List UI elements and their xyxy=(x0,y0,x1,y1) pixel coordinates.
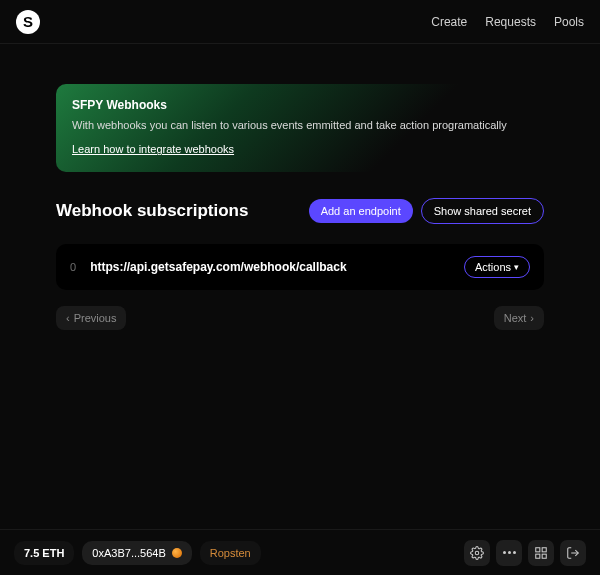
svg-rect-1 xyxy=(536,547,540,551)
section-title: Webhook subscriptions xyxy=(56,201,301,221)
address-value: 0xA3B7...564B xyxy=(92,547,165,559)
next-label: Next xyxy=(504,312,527,324)
row-index: 0 xyxy=(70,261,76,273)
chevron-left-icon: ‹ xyxy=(66,312,70,324)
nav-create[interactable]: Create xyxy=(431,15,467,29)
previous-label: Previous xyxy=(74,312,117,324)
show-shared-secret-button[interactable]: Show shared secret xyxy=(421,198,544,224)
address-pill[interactable]: 0xA3B7...564B xyxy=(82,541,191,565)
main-content: SFPY Webhooks With webhooks you can list… xyxy=(0,44,600,330)
row-url: https://api.getsafepay.com/webhook/callb… xyxy=(90,260,450,274)
section-header: Webhook subscriptions Add an endpoint Sh… xyxy=(56,198,544,224)
chevron-down-icon: ▾ xyxy=(514,262,519,272)
nav-requests[interactable]: Requests xyxy=(485,15,536,29)
grid-button[interactable] xyxy=(528,540,554,566)
gear-icon xyxy=(470,546,484,560)
more-button[interactable] xyxy=(496,540,522,566)
wallet-status-icon xyxy=(172,548,182,558)
top-bar: S Create Requests Pools xyxy=(0,0,600,44)
logout-icon xyxy=(566,546,580,560)
svg-point-0 xyxy=(475,551,479,555)
top-nav: Create Requests Pools xyxy=(431,15,584,29)
banner-learn-link[interactable]: Learn how to integrate webhooks xyxy=(72,143,234,155)
chevron-right-icon: › xyxy=(530,312,534,324)
nav-pools[interactable]: Pools xyxy=(554,15,584,29)
app-logo[interactable]: S xyxy=(16,10,40,34)
actions-label: Actions xyxy=(475,261,511,273)
bottom-actions xyxy=(464,540,586,566)
svg-rect-2 xyxy=(542,547,546,551)
banner-description: With webhooks you can listen to various … xyxy=(72,118,528,133)
balance-pill[interactable]: 7.5 ETH xyxy=(14,541,74,565)
logout-button[interactable] xyxy=(560,540,586,566)
svg-rect-3 xyxy=(536,554,540,558)
next-button[interactable]: Next › xyxy=(494,306,544,330)
add-endpoint-button[interactable]: Add an endpoint xyxy=(309,199,413,223)
webhooks-banner: SFPY Webhooks With webhooks you can list… xyxy=(56,84,544,172)
pagination: ‹ Previous Next › xyxy=(56,306,544,330)
previous-button[interactable]: ‹ Previous xyxy=(56,306,126,330)
more-icon xyxy=(503,551,516,554)
balance-value: 7.5 ETH xyxy=(24,547,64,559)
webhook-row: 0 https://api.getsafepay.com/webhook/cal… xyxy=(56,244,544,290)
grid-icon xyxy=(534,546,548,560)
network-pill[interactable]: Ropsten xyxy=(200,541,261,565)
settings-button[interactable] xyxy=(464,540,490,566)
network-name: Ropsten xyxy=(210,547,251,559)
svg-rect-4 xyxy=(542,554,546,558)
logo-letter: S xyxy=(23,13,33,30)
row-actions-button[interactable]: Actions ▾ xyxy=(464,256,530,278)
banner-title: SFPY Webhooks xyxy=(72,98,528,112)
bottom-bar: 7.5 ETH 0xA3B7...564B Ropsten xyxy=(0,529,600,575)
